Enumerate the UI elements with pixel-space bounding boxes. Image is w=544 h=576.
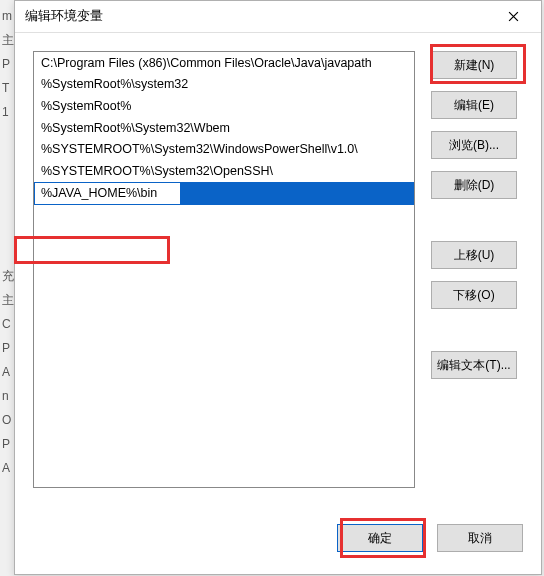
new-button[interactable]: 新建(N)	[431, 51, 517, 79]
browse-button[interactable]: 浏览(B)...	[431, 131, 517, 159]
environment-variable-dialog: 编辑环境变量 C:\Program Files (x86)\Common Fil…	[14, 0, 542, 575]
close-icon	[508, 11, 519, 22]
dialog-footer: 确定 取消	[15, 512, 541, 574]
delete-button[interactable]: 删除(D)	[431, 171, 517, 199]
list-item[interactable]: C:\Program Files (x86)\Common Files\Orac…	[34, 52, 414, 74]
movedown-button-label: 下移(O)	[453, 287, 494, 304]
cancel-button-label: 取消	[468, 530, 492, 547]
path-listbox[interactable]: C:\Program Files (x86)\Common Files\Orac…	[33, 51, 415, 488]
dialog-title: 编辑环境变量	[25, 8, 493, 25]
edittext-button[interactable]: 编辑文本(T)...	[431, 351, 517, 379]
list-item-editing[interactable]	[34, 182, 414, 205]
titlebar: 编辑环境变量	[15, 1, 541, 33]
path-edit-input[interactable]	[34, 182, 181, 205]
movedown-button[interactable]: 下移(O)	[431, 281, 517, 309]
new-button-label: 新建(N)	[454, 57, 495, 74]
cancel-button[interactable]: 取消	[437, 524, 523, 552]
moveup-button[interactable]: 上移(U)	[431, 241, 517, 269]
browse-button-label: 浏览(B)...	[449, 137, 499, 154]
list-item[interactable]: %SYSTEMROOT%\System32\OpenSSH\	[34, 160, 414, 182]
moveup-button-label: 上移(U)	[454, 247, 495, 264]
ok-button-label: 确定	[368, 530, 392, 547]
delete-button-label: 删除(D)	[454, 177, 495, 194]
list-item[interactable]: %SystemRoot%\System32\Wbem	[34, 117, 414, 139]
list-item[interactable]: %SYSTEMROOT%\System32\WindowsPowerShell\…	[34, 138, 414, 160]
edit-button[interactable]: 编辑(E)	[431, 91, 517, 119]
dialog-body: C:\Program Files (x86)\Common Files\Orac…	[15, 33, 541, 512]
close-button[interactable]	[493, 3, 533, 31]
list-item[interactable]: %SystemRoot%	[34, 95, 414, 117]
edittext-button-label: 编辑文本(T)...	[437, 357, 510, 374]
edit-button-label: 编辑(E)	[454, 97, 494, 114]
side-button-column: 新建(N) 编辑(E) 浏览(B)... 删除(D) 上移(U) 下移(O) 编…	[431, 51, 523, 500]
ok-button[interactable]: 确定	[337, 524, 423, 552]
list-item[interactable]: %SystemRoot%\system32	[34, 74, 414, 96]
